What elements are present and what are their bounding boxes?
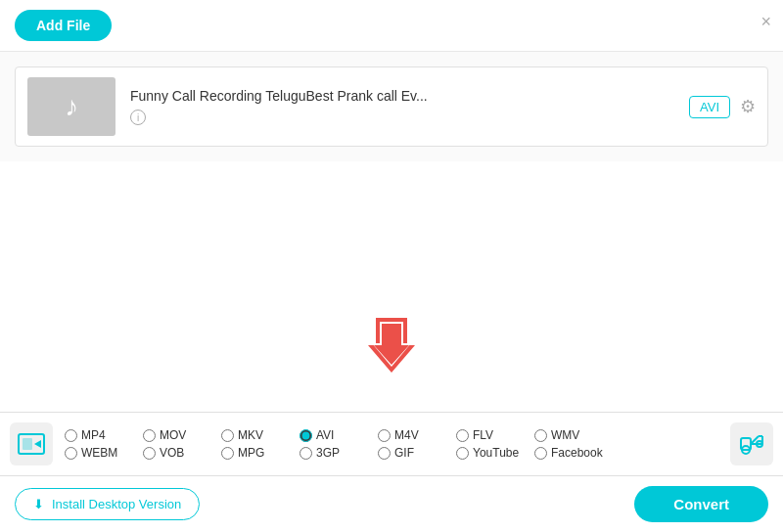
file-item: ♪ Funny Call Recording TeluguBest Prank …: [15, 66, 768, 147]
file-info: Funny Call Recording TeluguBest Prank ca…: [130, 88, 689, 126]
format-avi[interactable]: AVI: [299, 428, 378, 442]
format-3gp[interactable]: 3GP: [299, 446, 378, 460]
file-list-area: ♪ Funny Call Recording TeluguBest Prank …: [0, 52, 783, 161]
settings-icon[interactable]: ⚙: [740, 96, 756, 117]
video-format-tab[interactable]: [10, 422, 53, 466]
format-row-1: MP4 MOV MKV AVI M4V FLV: [65, 428, 722, 442]
format-flv[interactable]: FLV: [456, 428, 534, 442]
install-label: Install Desktop Version: [52, 497, 181, 511]
file-name: Funny Call Recording TeluguBest Prank ca…: [130, 88, 689, 104]
format-m4v[interactable]: M4V: [378, 428, 456, 442]
format-row-2: WEBM VOB MPG 3GP GIF YouT: [65, 446, 722, 460]
svg-marker-5: [34, 440, 41, 448]
format-youtube[interactable]: YouTube: [456, 446, 534, 460]
format-mp4[interactable]: MP4: [65, 428, 143, 442]
file-thumbnail: ♪: [27, 77, 115, 136]
format-mkv[interactable]: MKV: [221, 428, 299, 442]
svg-rect-4: [23, 438, 32, 450]
info-icon[interactable]: i: [130, 110, 146, 125]
format-gif[interactable]: GIF: [378, 446, 456, 460]
format-webm[interactable]: WEBM: [65, 446, 143, 460]
convert-button[interactable]: Convert: [634, 486, 768, 522]
format-options-container: MP4 MOV MKV AVI M4V FLV: [65, 428, 722, 460]
close-button[interactable]: ×: [760, 12, 771, 32]
audio-format-tab[interactable]: [730, 422, 773, 466]
format-vob[interactable]: VOB: [143, 446, 221, 460]
format-mov[interactable]: MOV: [143, 428, 221, 442]
bottom-section: MP4 MOV MKV AVI M4V FLV: [0, 412, 783, 532]
install-desktop-button[interactable]: ⬇ Install Desktop Version: [15, 488, 200, 520]
music-note-icon: ♪: [65, 91, 78, 122]
format-badge[interactable]: AVI: [689, 96, 730, 118]
format-wmv[interactable]: WMV: [534, 428, 613, 442]
down-arrow: [368, 318, 415, 377]
main-window: Add File × ♪ Funny Call Recording Telugu…: [0, 0, 783, 532]
file-actions: AVI ⚙: [689, 96, 756, 118]
top-bar: Add File ×: [0, 0, 783, 52]
format-facebook[interactable]: Facebook: [534, 446, 613, 460]
format-mpg[interactable]: MPG: [221, 446, 299, 460]
add-file-button[interactable]: Add File: [15, 10, 112, 41]
download-icon: ⬇: [33, 497, 44, 511]
format-selector: MP4 MOV MKV AVI M4V FLV: [0, 413, 783, 475]
bottom-bar: ⬇ Install Desktop Version Convert: [0, 475, 783, 532]
